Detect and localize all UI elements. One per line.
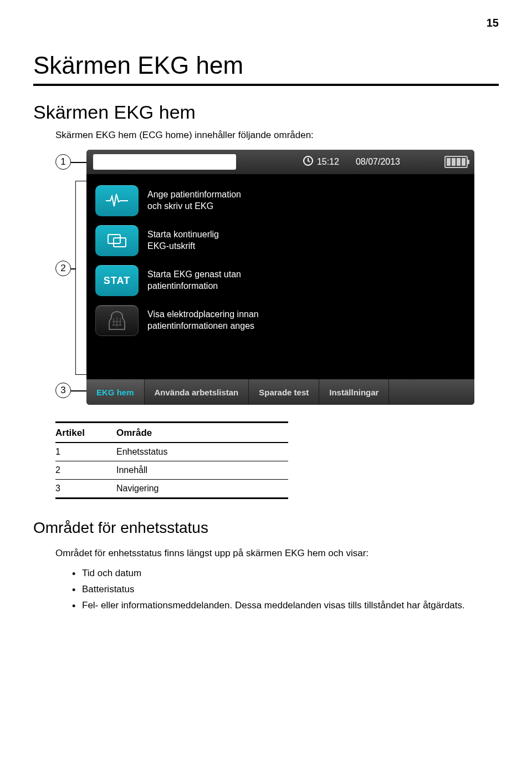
table-header-omrade: Område	[116, 428, 288, 439]
callout-line	[71, 162, 86, 163]
statusbar-date: 08/07/2013	[356, 157, 400, 167]
table-head-row: Artikel Område	[55, 423, 288, 442]
menu-item-label: Starta kontinuerlig EKG-utskrift	[147, 229, 219, 252]
ecg-icon	[95, 185, 139, 216]
clock-icon	[303, 155, 314, 169]
callout-line	[71, 390, 86, 391]
table-row: 3 Navigering	[55, 480, 288, 497]
callout-1: 1	[55, 154, 71, 170]
battery-icon	[444, 156, 468, 168]
table-row: 2 Innehåll	[55, 461, 288, 479]
text-line: Starta EKG genast utan	[147, 269, 241, 281]
statusbar-left-box	[93, 154, 236, 170]
list-item: Tid och datum	[72, 566, 499, 582]
table-cell: Enhetsstatus	[116, 447, 288, 457]
menu-item-continuous-print[interactable]: Starta kontinuerlig EKG-utskrift	[93, 221, 468, 261]
tab-ekg-hem[interactable]: EKG hem	[86, 379, 145, 405]
rule	[55, 497, 288, 499]
print-icon	[95, 225, 139, 256]
table-row: 1 Enhetsstatus	[55, 443, 288, 461]
menu-item-electrode-placement[interactable]: Visa elektrodplacering innan patientinfo…	[93, 301, 468, 340]
list-item: Batteristatus	[72, 582, 499, 598]
subsection-title: Området för enhetsstatus	[33, 519, 499, 537]
menu-item-stat[interactable]: STAT Starta EKG genast utan patientinfor…	[93, 261, 468, 301]
stat-button: STAT	[95, 265, 139, 296]
text-line: EKG-utskrift	[147, 241, 219, 252]
content-area: Ange patientinformation och skriv ut EKG…	[86, 174, 474, 379]
menu-item-label: Ange patientinformation och skriv ut EKG	[147, 189, 241, 212]
tab-worklist[interactable]: Använda arbetslistan	[145, 379, 249, 405]
table-cell: Innehåll	[116, 465, 288, 475]
callout-2: 2	[55, 261, 71, 276]
menu-item-enter-patient[interactable]: Ange patientinformation och skriv ut EKG	[93, 181, 468, 221]
list-item: Fel- eller informationsmeddelanden. Dess…	[72, 598, 499, 614]
page-number: 15	[33, 17, 499, 29]
text-line: Visa elektrodplacering innan	[147, 309, 259, 321]
nav-tabs: EKG hem Använda arbetslistan Sparade tes…	[86, 379, 474, 405]
callouts-column: 1 2 3	[55, 150, 86, 405]
menu-item-label: Starta EKG genast utan patientinformatio…	[147, 269, 241, 292]
text-line: Starta kontinuerlig	[147, 229, 219, 241]
table-cell: 1	[55, 447, 116, 457]
stat-label: STAT	[104, 275, 130, 287]
bullet-list: Tid och datum Batteristatus Fel- eller i…	[72, 566, 499, 614]
chapter-title: Skärmen EKG hem	[33, 52, 499, 79]
screenshot-figure: 1 2 3 15:12 08/07/2013	[55, 150, 499, 405]
bracket-2	[75, 181, 86, 375]
rule	[33, 84, 499, 86]
intro-paragraph: Skärmen EKG hem (ECG home) innehåller fö…	[55, 130, 499, 141]
status-bar: 15:12 08/07/2013	[86, 150, 474, 174]
menu-item-label: Visa elektrodplacering innan patientinfo…	[147, 309, 259, 332]
table-cell: 3	[55, 484, 116, 494]
table-cell: Navigering	[116, 484, 288, 494]
text-line: och skriv ut EKG	[147, 201, 241, 212]
text-line: patientinformation	[147, 281, 241, 292]
article-table: Artikel Område 1 Enhetsstatus 2 Innehåll…	[55, 421, 288, 499]
paragraph: Området för enhetsstatus finns längst up…	[55, 547, 499, 560]
table-header-artikel: Artikel	[55, 428, 116, 439]
statusbar-clock: 15:12	[303, 155, 339, 169]
tab-settings[interactable]: Inställningar	[319, 379, 389, 405]
table-cell: 2	[55, 465, 116, 475]
tab-saved-tests[interactable]: Sparade test	[249, 379, 319, 405]
torso-icon	[95, 305, 139, 336]
section-title: Skärmen EKG hem	[33, 101, 499, 123]
text-line: Ange patientinformation	[147, 189, 241, 201]
text-line: patientinformationen anges	[147, 321, 259, 332]
statusbar-time: 15:12	[317, 157, 339, 167]
device-mock: 15:12 08/07/2013 Ange patientinformation…	[86, 150, 474, 405]
callout-line	[71, 268, 75, 269]
callout-3: 3	[55, 383, 71, 398]
